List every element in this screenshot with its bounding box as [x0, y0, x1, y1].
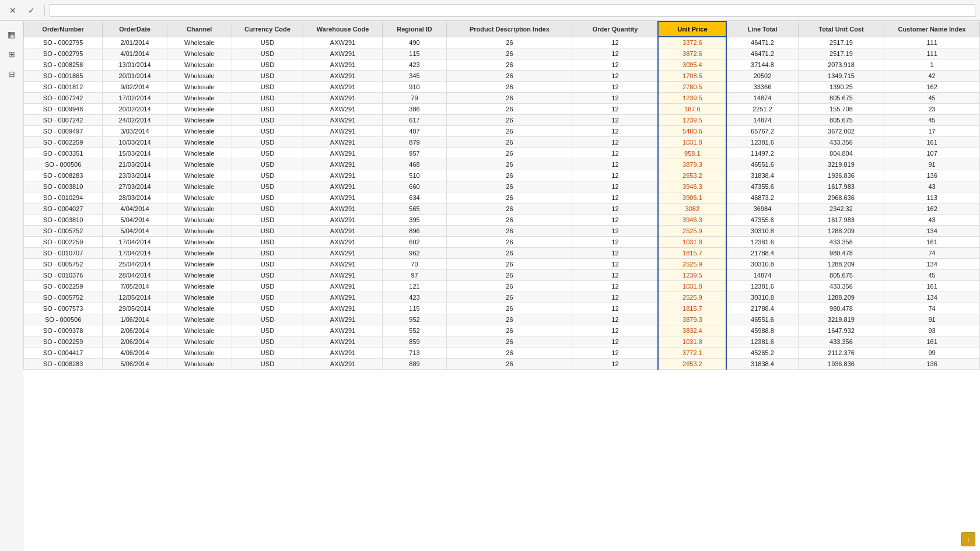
cell-totalUnitCost: 433.356 — [798, 137, 884, 148]
col-header-totalUnitCost[interactable]: Total Unit Cost — [798, 22, 884, 37]
cell-customerNameIndex: 17 — [884, 126, 980, 137]
cell-productDescription: 26 — [447, 226, 572, 237]
cell-channel: Wholesale — [167, 336, 232, 348]
cell-orderQuantity: 12 — [572, 37, 659, 48]
cell-totalUnitCost: 980.478 — [798, 303, 884, 314]
cell-orderQuantity: 12 — [572, 303, 659, 314]
cell-orderQuantity: 12 — [572, 93, 659, 104]
cell-warehouseCode: AXW291 — [303, 104, 382, 115]
cell-productDescription: 26 — [447, 181, 572, 192]
cell-totalUnitCost: 2342.32 — [798, 203, 884, 215]
cell-orderDate: 20/01/2014 — [103, 71, 167, 82]
cell-regionalId: 386 — [382, 104, 447, 115]
cell-channel: Wholesale — [167, 104, 232, 115]
close-button[interactable]: ✕ — [5, 2, 21, 19]
cell-regionalId: 490 — [382, 37, 447, 48]
cell-unitPrice: 1239.5 — [658, 93, 726, 104]
cell-totalUnitCost: 805.675 — [798, 270, 884, 281]
cell-regionalId: 115 — [382, 303, 447, 314]
cell-regionalId: 79 — [382, 93, 447, 104]
cell-productDescription: 26 — [447, 314, 572, 325]
cell-unitPrice: 3832.4 — [658, 325, 726, 336]
col-header-channel[interactable]: Channel — [167, 22, 232, 37]
confirm-button[interactable]: ✓ — [23, 2, 40, 19]
cell-unitPrice: 187.6 — [658, 104, 726, 115]
cell-currencyCode: USD — [232, 192, 303, 203]
cell-unitPrice: 1815.7 — [658, 303, 726, 314]
cell-orderDate: 17/04/2014 — [103, 248, 167, 259]
cell-warehouseCode: AXW291 — [303, 292, 382, 303]
cell-orderNumber: SO - 0004417 — [24, 348, 103, 359]
cell-warehouseCode: AXW291 — [303, 126, 382, 137]
cell-warehouseCode: AXW291 — [303, 59, 382, 71]
cell-orderQuantity: 12 — [572, 359, 659, 370]
cell-totalUnitCost: 1390.25 — [798, 82, 884, 93]
chart-icon[interactable]: ⊟ — [3, 65, 20, 83]
col-header-orderQuantity[interactable]: Order Quantity — [572, 22, 659, 37]
cell-orderDate: 2/01/2014 — [103, 37, 167, 48]
cell-customerNameIndex: 91 — [884, 314, 980, 325]
cell-totalUnitCost: 3219.819 — [798, 314, 884, 325]
cell-totalUnitCost: 2517.19 — [798, 48, 884, 59]
col-header-regionalId[interactable]: Regional ID — [382, 22, 447, 37]
cell-customerNameIndex: 136 — [884, 170, 980, 181]
app-container: ✕ ✓ ▦ ⊞ ⊟ OrderNumberOrderDateChannelCur… — [0, 0, 980, 551]
cell-channel: Wholesale — [167, 281, 232, 292]
cell-customerNameIndex: 99 — [884, 348, 980, 359]
cell-unitPrice: 1815.7 — [658, 248, 726, 259]
cell-channel: Wholesale — [167, 148, 232, 159]
cell-warehouseCode: AXW291 — [303, 37, 382, 48]
cell-unitPrice: 2653.2 — [658, 170, 726, 181]
cell-warehouseCode: AXW291 — [303, 303, 382, 314]
table-row: SO - 000724224/02/2014WholesaleUSDAXW291… — [24, 115, 980, 126]
cell-channel: Wholesale — [167, 325, 232, 336]
cell-unitPrice: 3372.6 — [658, 37, 726, 48]
col-header-customerNameIndex[interactable]: Customer Name Index — [884, 22, 980, 37]
cell-orderDate: 2/06/2014 — [103, 325, 167, 336]
col-header-currencyCode[interactable]: Currency Code — [232, 22, 303, 37]
cell-currencyCode: USD — [232, 137, 303, 148]
cell-orderQuantity: 12 — [572, 270, 659, 281]
table-container[interactable]: OrderNumberOrderDateChannelCurrency Code… — [23, 21, 980, 551]
col-header-orderDate[interactable]: OrderDate — [103, 22, 167, 37]
col-header-productDescription[interactable]: Product Description Index — [447, 22, 572, 37]
col-header-orderNumber[interactable]: OrderNumber — [24, 22, 103, 37]
cell-orderDate: 17/04/2014 — [103, 237, 167, 248]
cell-regionalId: 121 — [382, 281, 447, 292]
cell-productDescription: 26 — [447, 37, 572, 48]
cell-totalUnitCost: 1288.209 — [798, 259, 884, 270]
cell-orderDate: 12/05/2014 — [103, 292, 167, 303]
cell-productDescription: 26 — [447, 281, 572, 292]
cell-channel: Wholesale — [167, 359, 232, 370]
table-row: SO - 00093782/06/2014WholesaleUSDAXW2915… — [24, 325, 980, 336]
cell-customerNameIndex: 161 — [884, 237, 980, 248]
cell-productDescription: 26 — [447, 248, 572, 259]
cell-lineTotal: 45988.8 — [726, 325, 798, 336]
cell-orderQuantity: 12 — [572, 82, 659, 93]
grid-icon[interactable]: ▦ — [3, 26, 20, 43]
table-row: SO - 001037628/04/2014WholesaleUSDAXW291… — [24, 270, 980, 281]
cell-orderQuantity: 12 — [572, 292, 659, 303]
cell-orderDate: 2/06/2014 — [103, 336, 167, 348]
cell-orderQuantity: 12 — [572, 71, 659, 82]
formula-input[interactable] — [50, 4, 975, 17]
cell-channel: Wholesale — [167, 159, 232, 170]
cell-unitPrice: 3095.4 — [658, 59, 726, 71]
cell-regionalId: 859 — [382, 336, 447, 348]
col-header-warehouseCode[interactable]: Warehouse Code — [303, 22, 382, 37]
cell-orderDate: 28/03/2014 — [103, 192, 167, 203]
table-row: SO - 000724217/02/2014WholesaleUSDAXW291… — [24, 93, 980, 104]
cell-channel: Wholesale — [167, 115, 232, 126]
cell-regionalId: 70 — [382, 259, 447, 270]
table-row: SO - 0005061/06/2014WholesaleUSDAXW29195… — [24, 314, 980, 325]
scroll-button[interactable]: ↕ — [961, 532, 975, 546]
col-header-unitPrice[interactable]: Unit Price — [658, 22, 726, 37]
table-icon[interactable]: ⊞ — [3, 45, 20, 63]
cell-currencyCode: USD — [232, 292, 303, 303]
cell-orderQuantity: 12 — [572, 181, 659, 192]
col-header-lineTotal[interactable]: Line Total — [726, 22, 798, 37]
cell-orderQuantity: 12 — [572, 203, 659, 215]
cell-currencyCode: USD — [232, 348, 303, 359]
cell-orderNumber: SO - 0001812 — [24, 82, 103, 93]
data-table: OrderNumberOrderDateChannelCurrency Code… — [23, 21, 980, 370]
